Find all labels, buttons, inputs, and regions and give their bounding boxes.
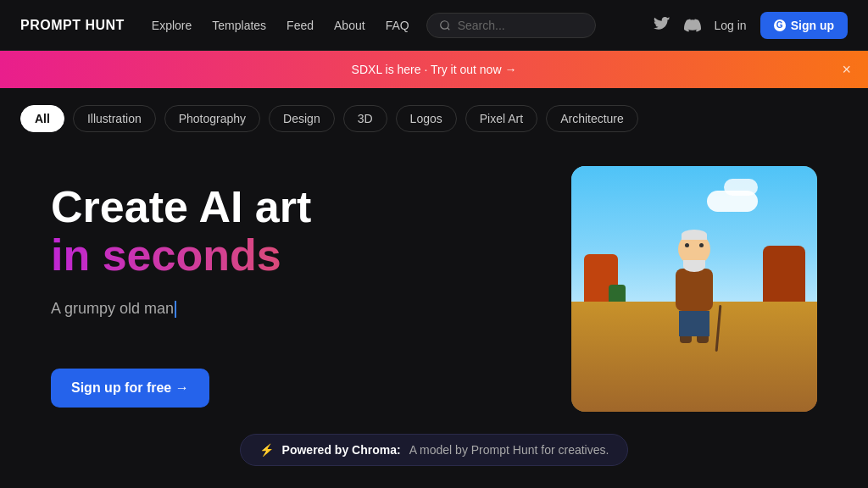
hero-text: Create AI art in seconds A grumpy old ma… bbox=[51, 166, 537, 408]
category-design[interactable]: Design bbox=[269, 105, 335, 132]
navbar: PROMPT HUNT Explore Templates Feed About… bbox=[0, 0, 868, 51]
search-bar bbox=[426, 13, 596, 38]
signup-button[interactable]: G Sign up bbox=[760, 12, 848, 39]
hero-title-line2: in seconds bbox=[51, 231, 537, 280]
main-content: Create AI art in seconds A grumpy old ma… bbox=[0, 149, 868, 412]
nav-links: Explore Templates Feed About FAQ bbox=[152, 19, 409, 32]
logo[interactable]: PROMPT HUNT bbox=[20, 18, 125, 33]
twitter-icon[interactable] bbox=[654, 17, 670, 34]
bolt-icon: ⚡ bbox=[259, 443, 274, 457]
bottom-banner: ⚡ Powered by Chroma: A model by Prompt H… bbox=[0, 434, 868, 466]
char-foot-left bbox=[680, 336, 692, 343]
search-icon bbox=[439, 19, 451, 31]
hero-subtitle: A grumpy old man bbox=[51, 300, 537, 318]
hero-title-line1: Create AI art bbox=[51, 183, 537, 231]
character-figure bbox=[676, 233, 713, 343]
char-feet bbox=[677, 336, 711, 343]
char-eye-left bbox=[685, 243, 689, 247]
search-input[interactable] bbox=[458, 19, 583, 32]
category-bar: All Illustration Photography Design 3D L… bbox=[0, 88, 868, 149]
nav-faq[interactable]: FAQ bbox=[386, 19, 409, 32]
signup-free-button[interactable]: Sign up for free → bbox=[51, 369, 209, 408]
nav-templates[interactable]: Templates bbox=[212, 19, 266, 32]
chroma-label-normal: A model by Prompt Hunt for creatives. bbox=[409, 443, 609, 457]
category-architecture[interactable]: Architecture bbox=[546, 105, 638, 132]
discord-icon[interactable] bbox=[684, 17, 701, 34]
svg-point-0 bbox=[440, 20, 448, 28]
chroma-badge: ⚡ Powered by Chroma: A model by Prompt H… bbox=[240, 434, 629, 466]
char-hair bbox=[682, 230, 707, 240]
char-foot-right bbox=[697, 336, 709, 343]
login-button[interactable]: Log in bbox=[715, 19, 747, 32]
text-cursor bbox=[175, 301, 176, 318]
nav-about[interactable]: About bbox=[334, 19, 365, 32]
char-pants bbox=[679, 311, 709, 336]
char-head bbox=[678, 233, 710, 265]
category-logos[interactable]: Logos bbox=[396, 105, 457, 132]
char-eye-right bbox=[699, 243, 704, 247]
category-photography[interactable]: Photography bbox=[164, 105, 260, 132]
banner-text: SDXL is here · Try it out now → bbox=[352, 63, 517, 76]
nav-explore[interactable]: Explore bbox=[152, 19, 192, 32]
announcement-banner: SDXL is here · Try it out now → × bbox=[0, 51, 868, 88]
category-all[interactable]: All bbox=[20, 105, 64, 132]
char-beard bbox=[683, 260, 705, 272]
category-illustration[interactable]: Illustration bbox=[73, 105, 156, 132]
nav-right: Log in G Sign up bbox=[654, 12, 848, 39]
banner-close-button[interactable]: × bbox=[842, 61, 851, 79]
hero-image bbox=[571, 166, 817, 412]
cloud-2 bbox=[724, 179, 758, 196]
svg-line-1 bbox=[447, 27, 449, 30]
ai-art-scene bbox=[571, 166, 817, 412]
category-pixel-art[interactable]: Pixel Art bbox=[465, 105, 537, 132]
chroma-label-bold: Powered by Chroma: bbox=[282, 443, 401, 457]
char-body bbox=[676, 269, 713, 311]
category-3d[interactable]: 3D bbox=[343, 105, 387, 132]
google-icon: G bbox=[774, 19, 786, 31]
nav-feed[interactable]: Feed bbox=[287, 19, 314, 32]
